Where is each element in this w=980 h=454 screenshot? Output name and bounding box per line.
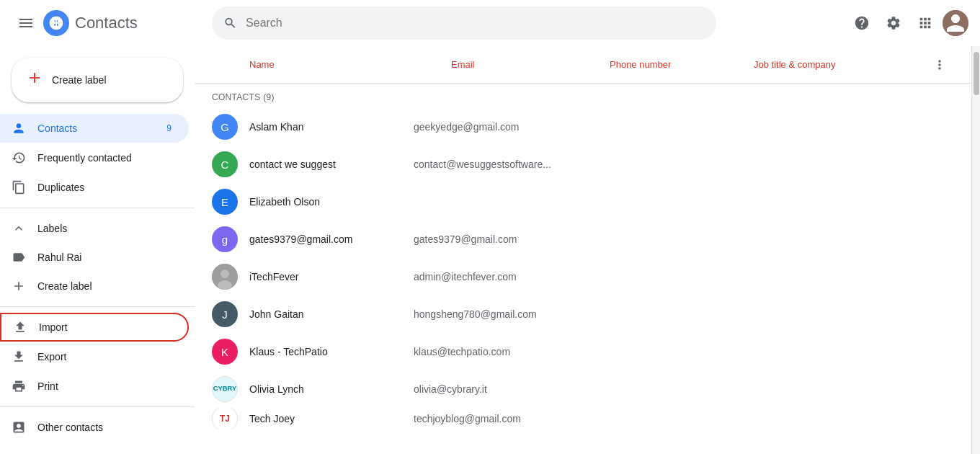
- scrollbar-thumb[interactable]: [974, 52, 979, 95]
- contact-name: gates9379@gmail.com: [249, 233, 414, 245]
- user-avatar-icon: [943, 10, 968, 36]
- settings-icon-btn[interactable]: [879, 9, 908, 37]
- sidebar-item-duplicates[interactable]: Duplicates: [0, 173, 189, 202]
- contact-name: Elizabeth Olson: [249, 196, 414, 208]
- export-label: Export: [37, 351, 66, 362]
- contact-email: klaus@techpatio.com: [414, 346, 572, 357]
- create-label-icon: [12, 279, 26, 293]
- frequently-icon: [12, 151, 26, 165]
- help-icon-btn[interactable]: [847, 9, 876, 37]
- sidebar-item-rahul-rai[interactable]: Rahul Rai: [0, 243, 195, 272]
- print-label: Print: [37, 380, 58, 392]
- contacts-section-label: CONTACTS (9): [195, 84, 971, 108]
- table-row[interactable]: iTechFever admin@itechfever.com: [195, 258, 971, 295]
- avatar-gates: g: [212, 226, 238, 252]
- other-contacts-label: Other contacts: [37, 422, 103, 433]
- svg-point-2: [220, 270, 229, 278]
- contacts-content: Name Email Phone number Job title & comp…: [195, 46, 971, 454]
- avatar[interactable]: [943, 10, 968, 36]
- apps-icon: [917, 15, 933, 31]
- app-logo: Contacts: [43, 10, 138, 36]
- search-icon: [223, 16, 237, 30]
- topbar-right: [847, 9, 968, 37]
- avatar-aslam-khan: G: [212, 114, 238, 140]
- topbar-left: Contacts: [12, 9, 206, 37]
- contact-name: Tech Joey: [249, 413, 414, 424]
- sidebar: Create label Contacts 9 Frequently conta…: [0, 46, 195, 454]
- import-label: Import: [39, 321, 68, 333]
- rahul-rai-label: Rahul Rai: [37, 252, 81, 263]
- contacts-icon: [12, 121, 26, 135]
- import-icon: [13, 320, 27, 334]
- sidebar-item-contacts[interactable]: Contacts 9: [0, 114, 189, 143]
- avatar-itechfever: [212, 264, 238, 290]
- contact-name: iTechFever: [249, 271, 414, 282]
- col-email-header[interactable]: Email: [451, 59, 610, 70]
- col-job-header: Job title & company: [754, 59, 925, 70]
- sidebar-item-export[interactable]: Export: [0, 342, 189, 371]
- contact-name: Olivia Lynch: [249, 383, 414, 395]
- main-area: Create label Contacts 9 Frequently conta…: [0, 46, 980, 454]
- labels-section-header[interactable]: Labels: [0, 214, 195, 243]
- contact-email: contact@wesuggestsoftware...: [414, 159, 572, 170]
- avatar-tech-joey: TJ: [212, 408, 238, 429]
- table-header: Name Email Phone number Job title & comp…: [195, 46, 971, 84]
- contact-email: hongsheng780@gmail.com: [414, 308, 572, 320]
- apps-icon-btn[interactable]: [911, 9, 940, 37]
- contact-name: Aslam Khan: [249, 121, 414, 133]
- duplicates-label: Duplicates: [37, 182, 84, 193]
- topbar: Contacts: [0, 0, 980, 46]
- help-icon: [854, 15, 870, 31]
- sidebar-item-other-contacts[interactable]: Other contacts: [0, 413, 189, 442]
- nav-divider-2: [0, 306, 195, 307]
- search-input[interactable]: [246, 17, 705, 30]
- contact-email: techjoyblog@gmail.com: [414, 413, 572, 424]
- app-title: Contacts: [75, 14, 138, 32]
- contact-name: John Gaitan: [249, 308, 414, 320]
- contact-email: geekyedge@gmail.com: [414, 121, 572, 133]
- create-label-text: Create label: [37, 280, 92, 292]
- avatar-olivia-lynch: CYBRY: [212, 376, 238, 402]
- sidebar-item-print[interactable]: Print: [0, 372, 189, 401]
- sidebar-item-create-label[interactable]: Create label: [0, 272, 195, 301]
- hamburger-icon[interactable]: [12, 9, 40, 37]
- table-row[interactable]: E Elizabeth Olson: [195, 183, 971, 221]
- other-contacts-icon: [12, 420, 26, 435]
- avatar-klaus: K: [212, 339, 238, 365]
- avatar-contact-suggest: C: [212, 151, 238, 177]
- duplicates-icon: [12, 180, 26, 195]
- table-row[interactable]: K Klaus - TechPatio klaus@techpatio.com: [195, 333, 971, 370]
- table-row[interactable]: J John Gaitan hongsheng780@gmail.com: [195, 295, 971, 333]
- sidebar-item-frequently[interactable]: Frequently contacted: [0, 143, 189, 172]
- more-vert-icon: [932, 58, 947, 72]
- more-options-header[interactable]: [925, 58, 954, 72]
- plus-icon: [26, 69, 43, 91]
- svg-text:CYBRY: CYBRY: [213, 384, 237, 392]
- contacts-label: Contacts: [37, 123, 77, 134]
- nav-divider-3: [0, 406, 195, 407]
- table-row[interactable]: C contact we suggest contact@wesuggestso…: [195, 146, 971, 183]
- table-row[interactable]: CYBRY Olivia Lynch olivia@cybrary.it: [195, 370, 971, 408]
- print-icon: [12, 379, 26, 393]
- contact-name: contact we suggest: [249, 159, 414, 170]
- table-row[interactable]: G Aslam Khan geekyedge@gmail.com: [195, 108, 971, 146]
- contact-email: gates9379@gmail.com: [414, 233, 572, 245]
- table-row[interactable]: TJ Tech Joey techjoyblog@gmail.com: [195, 408, 971, 429]
- scrollbar-track[interactable]: [971, 46, 980, 454]
- create-contact-button[interactable]: Create label: [12, 58, 183, 102]
- col-name-header[interactable]: Name: [249, 59, 451, 70]
- contact-email: olivia@cybrary.it: [414, 383, 572, 395]
- sidebar-item-import[interactable]: Import: [0, 313, 189, 342]
- avatar-john-gaitan: J: [212, 301, 238, 327]
- frequently-label: Frequently contacted: [37, 152, 132, 164]
- search-bar[interactable]: [212, 6, 716, 40]
- labels-collapse-icon: [12, 221, 26, 236]
- contact-name: Klaus - TechPatio: [249, 346, 414, 357]
- export-icon: [12, 350, 26, 364]
- table-row[interactable]: g gates9379@gmail.com gates9379@gmail.co…: [195, 221, 971, 258]
- col-phone-header: Phone number: [610, 59, 754, 70]
- label-icon: [12, 250, 26, 264]
- settings-icon: [886, 15, 901, 31]
- avatar-elizabeth-olson: E: [212, 189, 238, 215]
- app-logo-icon: [43, 10, 69, 36]
